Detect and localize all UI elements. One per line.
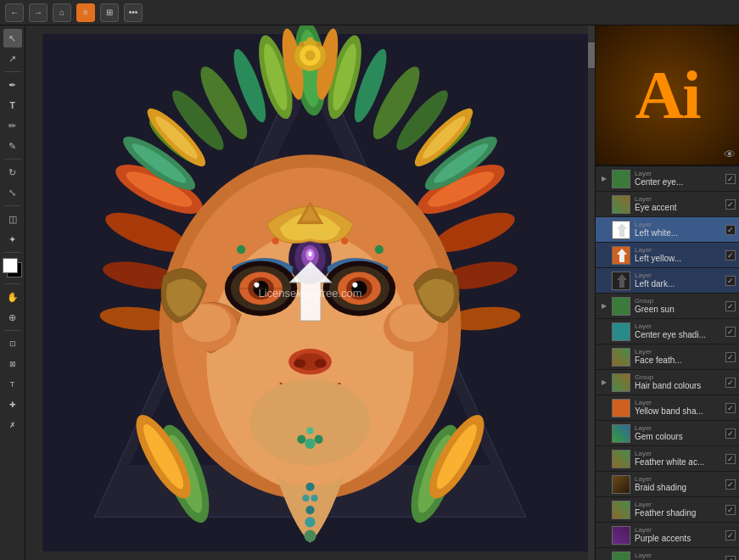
layer-item[interactable]: ▶ Layer Center eye... — [596, 166, 739, 192]
layer-visibility-checkbox[interactable] — [725, 174, 736, 184]
layer-visibility-checkbox[interactable] — [725, 301, 736, 311]
layer-visibility-checkbox[interactable] — [725, 327, 736, 337]
layers-button[interactable]: ≡ — [76, 3, 95, 22]
right-panels: Ai 👁 ▶ Layer Center eye... Layer — [595, 25, 739, 560]
layer-item[interactable]: Layer Center eye shadi... — [596, 319, 739, 344]
artboard-tool[interactable]: ⊡ — [3, 334, 22, 353]
grid-button[interactable]: ⊞ — [100, 3, 119, 22]
layer-visibility-checkbox[interactable] — [725, 352, 736, 362]
layer-type-label: Layer — [635, 247, 724, 254]
layer-name-label: Feather white ac... — [635, 457, 724, 468]
layer-item[interactable]: Layer Left dark... — [596, 268, 739, 294]
layer-expand-icon[interactable] — [599, 327, 609, 337]
visibility-icon[interactable]: 👁 — [724, 148, 736, 161]
layer-visibility-checkbox[interactable] — [725, 378, 736, 388]
layer-visibility-checkbox[interactable] — [725, 250, 736, 260]
layer-name-label: Yellow band sha... — [635, 406, 724, 417]
foreground-color[interactable] — [3, 258, 18, 273]
rotate-tool[interactable]: ↻ — [3, 163, 22, 182]
layer-item[interactable]: Layer Green accents — [596, 548, 739, 560]
layer-expand-icon[interactable] — [599, 352, 609, 362]
layer-thumbnail — [612, 322, 630, 341]
more-button[interactable]: ••• — [124, 3, 143, 22]
canvas-scrollbar-thumb[interactable] — [588, 42, 595, 68]
warp-tool[interactable]: ✚ — [3, 395, 22, 414]
layer-expand-icon[interactable] — [599, 479, 609, 490]
ai-logo-background: Ai 👁 — [596, 25, 739, 165]
layer-item[interactable]: Layer Feather shading — [596, 497, 739, 523]
zoom-tool[interactable]: ⊕ — [3, 308, 22, 327]
layer-expand-icon[interactable] — [599, 556, 609, 561]
scale-tool[interactable]: ⤡ — [3, 183, 22, 202]
layer-item[interactable]: Layer Feather white ac... — [596, 446, 739, 472]
layer-visibility-checkbox[interactable] — [725, 276, 736, 286]
hand-tool[interactable]: ✋ — [3, 288, 22, 306]
layer-name-label: Braid shading — [635, 483, 724, 493]
layer-expand-icon[interactable] — [599, 505, 609, 515]
layer-expand-icon[interactable]: ▶ — [599, 174, 609, 184]
canvas-scrollbar[interactable] — [588, 25, 595, 560]
tool-separator-1 — [4, 71, 21, 72]
layer-expand-icon[interactable]: ▶ — [599, 301, 609, 311]
layer-item[interactable]: Layer Eye accent — [596, 192, 739, 217]
layer-type-label: Layer — [635, 196, 724, 203]
layer-visibility-checkbox[interactable] — [725, 403, 736, 413]
layer-item[interactable]: Layer Face feath... — [596, 344, 739, 370]
home-button[interactable]: ⌂ — [53, 3, 71, 22]
layer-expand-icon[interactable] — [599, 225, 609, 235]
pencil-tool[interactable]: ✎ — [3, 137, 22, 155]
layer-visibility-checkbox[interactable] — [725, 428, 736, 439]
left-toolbar: ↖ ↗ ✒ T ✏ ✎ ↻ ⤡ ◫ ✦ ✋ ⊕ ⊡ ⊠ T ✚ ✗ — [0, 25, 25, 560]
layer-item[interactable]: Layer Purple accents — [596, 523, 739, 548]
svg-point-94 — [237, 245, 245, 254]
svg-point-92 — [305, 517, 315, 527]
layer-visibility-checkbox[interactable] — [725, 556, 736, 561]
back-button[interactable]: ← — [5, 3, 24, 22]
layer-visibility-checkbox[interactable] — [725, 530, 736, 540]
svg-marker-100 — [617, 249, 627, 262]
eyedropper-tool[interactable]: ✦ — [3, 230, 22, 249]
layer-info: Layer Green accents — [633, 552, 725, 561]
layer-expand-icon[interactable] — [599, 428, 609, 439]
svg-point-77 — [305, 439, 315, 449]
layer-expand-icon[interactable] — [599, 530, 609, 540]
layer-expand-icon[interactable] — [599, 199, 609, 210]
layer-type-label: Layer — [635, 501, 724, 508]
brush-tool[interactable]: ✏ — [3, 116, 22, 135]
layer-item[interactable]: Layer Braid shading — [596, 472, 739, 497]
layer-visibility-checkbox[interactable] — [725, 479, 736, 490]
layer-item[interactable]: ▶ Group Hair band colours — [596, 370, 739, 395]
layer-type-label: Layer — [635, 221, 724, 228]
gradient-tool[interactable]: ◫ — [3, 210, 22, 228]
layer-thumbnail — [612, 170, 630, 188]
color-swatches[interactable] — [3, 258, 23, 278]
layer-item[interactable]: Layer Left white... — [596, 217, 739, 243]
measure-tool[interactable]: T — [3, 375, 22, 394]
layer-item[interactable]: Layer Yellow band sha... — [596, 395, 739, 421]
blend-tool[interactable]: ✗ — [3, 416, 22, 434]
layer-visibility-checkbox[interactable] — [725, 199, 736, 210]
svg-point-79 — [306, 428, 313, 434]
forward-button[interactable]: → — [29, 3, 48, 22]
layers-panel[interactable]: ▶ Layer Center eye... Layer Eye accent — [596, 166, 739, 560]
direct-select-tool[interactable]: ↗ — [3, 49, 22, 68]
layer-thumbnail — [612, 348, 630, 367]
layer-visibility-checkbox[interactable] — [725, 454, 736, 464]
layer-visibility-checkbox[interactable] — [725, 225, 736, 235]
layer-item[interactable]: ▶ Group Green sun — [596, 294, 739, 319]
selection-tool[interactable]: ↖ — [3, 29, 22, 48]
layer-type-label: Layer — [635, 552, 724, 559]
layer-visibility-checkbox[interactable] — [725, 505, 736, 515]
svg-point-95 — [375, 245, 383, 254]
layer-expand-icon[interactable]: ▶ — [599, 378, 609, 388]
layer-expand-icon[interactable] — [599, 250, 609, 260]
layer-expand-icon[interactable] — [599, 403, 609, 413]
layer-item[interactable]: Layer Gem colours — [596, 421, 739, 446]
type-tool[interactable]: T — [3, 96, 22, 115]
layer-name-label: Purple accents — [635, 534, 724, 544]
layer-expand-icon[interactable] — [599, 276, 609, 286]
crop-tool[interactable]: ⊠ — [3, 355, 22, 373]
layer-item[interactable]: Layer Left yellow... — [596, 243, 739, 268]
layer-expand-icon[interactable] — [599, 454, 609, 464]
pen-tool[interactable]: ✒ — [3, 76, 22, 94]
